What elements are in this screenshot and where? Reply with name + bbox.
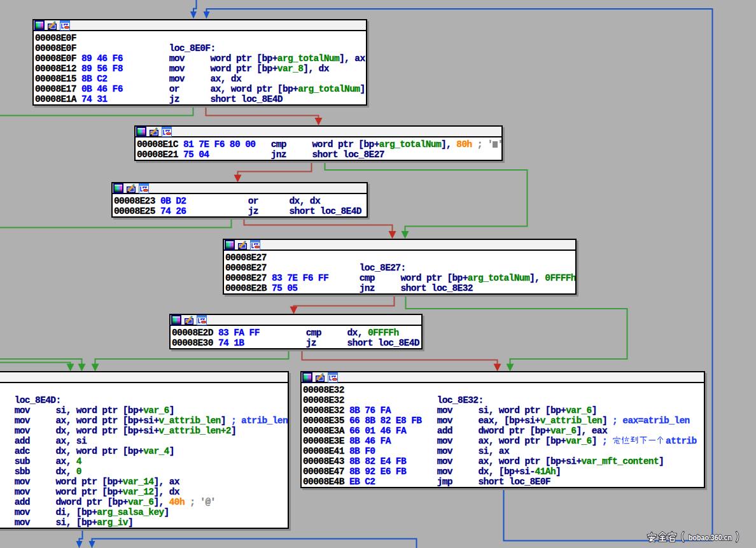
svg-text:bobao.360.cn: bobao.360.cn xyxy=(689,533,732,542)
